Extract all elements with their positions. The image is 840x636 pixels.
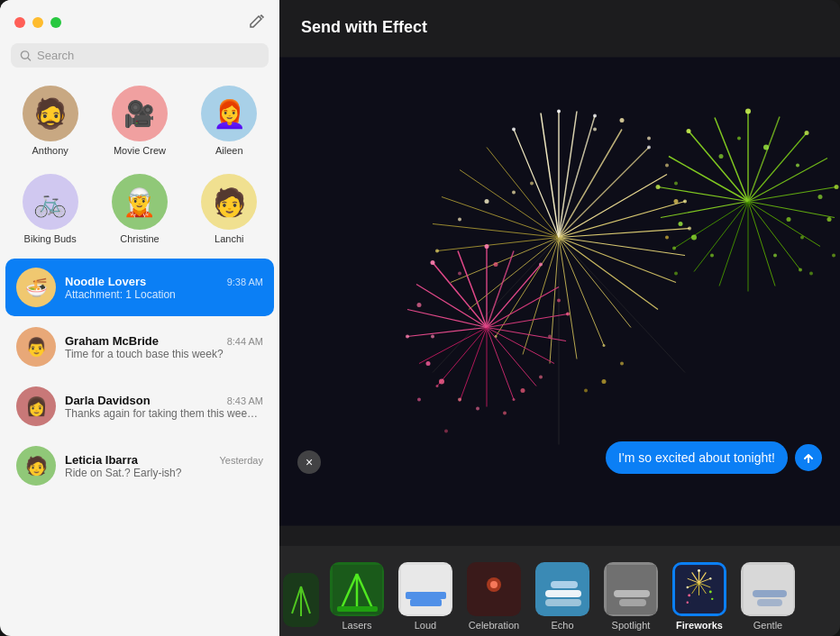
contact-name-lanchi: Lanchi [215,233,243,244]
svg-point-58 [406,335,409,339]
sidebar: 🧔 Anthony 🎥 Movie Crew 👩‍🦰 Aileen 🚲 Biki… [0,0,279,636]
conv-content-darla-davidson: Darla Davidson 8:43 AM Thanks again for … [65,394,263,420]
svg-point-110 [719,154,724,159]
avatar-aileen: 👩‍🦰 [201,86,257,141]
svg-point-123 [665,236,669,240]
search-input[interactable] [37,49,260,62]
conversation-graham-mcbride[interactable]: 👨 Graham McBride 8:44 AM Time for a touc… [5,318,274,376]
contact-name-movie-crew: Movie Crew [114,145,166,156]
effect-item-fireworks[interactable]: Fireworks [665,562,734,636]
avatar-movie-crew: 🎥 [112,86,168,141]
effect-item-loud[interactable]: Loud [391,562,460,636]
svg-point-76 [444,430,448,433]
svg-point-106 [800,236,804,240]
effect-item-lasers[interactable]: Lasers [323,562,391,636]
avatar-darla-davidson: 👩 [16,386,56,426]
svg-point-127 [458,218,461,222]
svg-point-74 [494,262,498,267]
conv-content-noodle-lovers: Noodle Lovers 9:38 AM Attachment: 1 Loca… [65,275,263,301]
svg-point-32 [688,227,691,231]
conversation-leticia-ibarra[interactable]: 🧑 Leticia Ibarra Yesterday Ride on Sat.?… [5,437,274,495]
svg-rect-150 [551,581,578,588]
svg-point-96 [805,131,809,135]
svg-point-61 [436,385,439,387]
send-icon [802,451,815,464]
contact-name-aileen: Aileen [215,145,243,156]
svg-point-119 [620,118,625,123]
effect-item-partial[interactable] [279,573,323,636]
svg-point-169 [688,594,690,596]
svg-rect-154 [619,599,646,606]
svg-point-167 [709,577,711,579]
avatar-leticia-ibarra: 🧑 [16,446,56,486]
effect-thumbnail-fireworks [672,562,726,616]
effect-item-gentle[interactable]: Gentle [734,562,802,636]
conv-name-graham-mcbride: Graham McBride [65,334,159,348]
send-button[interactable] [795,444,822,471]
svg-point-168 [687,586,689,587]
svg-point-102 [691,235,697,241]
svg-line-136 [301,586,310,613]
svg-point-97 [835,185,839,189]
svg-point-126 [584,389,588,393]
svg-point-95 [745,109,751,114]
conv-time-graham-mcbride: 8:44 AM [227,336,263,347]
svg-point-35 [435,250,439,253]
svg-rect-141 [337,606,378,612]
message-bubble: I'm so excited about tonight! [606,441,788,474]
svg-point-130 [530,182,534,186]
svg-point-129 [512,191,516,195]
conversation-darla-davidson[interactable]: 👩 Darla Davidson 8:43 AM Thanks again fo… [5,377,274,435]
app-window: 🧔 Anthony 🎥 Movie Crew 👩‍🦰 Aileen 🚲 Biki… [0,0,840,636]
effect-thumbnail-loud [398,562,452,616]
conv-time-leticia-ibarra: Yesterday [219,455,263,466]
svg-point-117 [832,254,835,258]
svg-point-171 [711,597,713,599]
svg-point-105 [787,217,791,222]
effect-label-celebration: Celebration [469,620,519,636]
search-bar[interactable] [11,43,269,68]
svg-point-101 [672,247,676,250]
pinned-contact-movie-crew[interactable]: 🎥 Movie Crew [96,78,182,163]
close-window-button[interactable] [14,17,25,28]
svg-point-112 [674,182,678,186]
conv-name-leticia-ibarra: Leticia Ibarra [65,453,138,467]
compose-icon[interactable] [249,13,265,32]
effect-thumbnail-lasers [330,562,384,616]
svg-point-166 [698,568,700,571]
effect-item-spotlight[interactable]: Spotlight [597,562,665,636]
effect-label-fireworks: Fireworks [676,620,723,636]
pinned-contact-christine[interactable]: 🧝 Christine [96,167,182,251]
avatar-christine: 🧝 [112,174,168,230]
minimize-window-button[interactable] [32,17,43,28]
svg-rect-174 [753,590,787,597]
close-effect-button[interactable]: × [297,450,321,474]
titlebar [0,0,279,40]
svg-point-104 [679,222,683,226]
pinned-contact-aileen[interactable]: 👩‍🦰 Aileen [187,78,272,163]
svg-point-33 [603,344,606,347]
svg-point-28 [557,110,561,114]
svg-rect-173 [744,565,793,614]
svg-point-115 [809,272,813,276]
conv-content-leticia-ibarra: Leticia Ibarra Yesterday Ride on Sat.? E… [65,453,263,479]
effect-thumbnail-spotlight [604,562,658,616]
pinned-contact-lanchi[interactable]: 🧑 Lanchi [187,167,272,251]
fullscreen-window-button[interactable] [50,17,61,28]
pinned-contact-anthony[interactable]: 🧔 Anthony [7,78,93,163]
conv-preview-graham-mcbride: Time for a touch base this week? [65,348,263,360]
effect-item-celebration[interactable]: Celebration [460,562,528,636]
pinned-contact-biking-buds[interactable]: 🚲 Biking Buds [7,167,93,251]
contact-name-anthony: Anthony [32,145,68,156]
svg-rect-175 [757,599,782,606]
effect-item-echo[interactable]: Echo [528,562,597,636]
svg-point-100 [799,268,802,272]
svg-point-68 [503,412,507,415]
svg-point-73 [458,272,461,276]
svg-point-111 [796,164,799,168]
conversation-noodle-lovers[interactable]: 🍜 Noodle Lovers 9:38 AM Attachment: 1 Lo… [5,259,274,316]
svg-rect-148 [538,565,588,614]
contact-name-biking-buds: Biking Buds [24,233,77,244]
effect-label-loud: Loud [415,620,436,636]
svg-rect-152 [607,565,656,614]
